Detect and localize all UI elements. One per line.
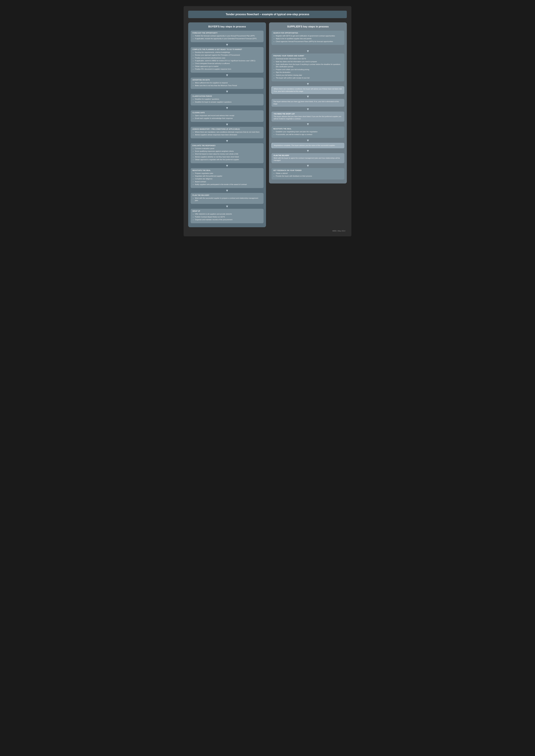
list-item: Notify suppliers who participated in the… xyxy=(195,183,262,186)
supplier-column-title: SUPPLIER'S key steps in process xyxy=(271,25,344,28)
buyer-closing-title: CLOSING DATE xyxy=(192,112,262,114)
list-item: Convene evaluation panel xyxy=(195,148,262,149)
supplier-delivery-title: PLAN THE DELIVERY xyxy=(274,155,342,156)
list-item: Review your approach against the Princip… xyxy=(195,54,262,56)
list-item: Sign the declaration xyxy=(276,71,343,73)
supplier-mandatory-note: Where there are mandatory conditions: th… xyxy=(271,86,344,94)
buyer-evaluate-section: EVALUATE THE RESPONSES Convene evaluatio… xyxy=(191,143,264,163)
supplier-arrow-4: ▼ xyxy=(271,108,344,111)
buyer-advertise-section: ADVERTISE ON GETS Allow sufficient time … xyxy=(191,78,264,89)
supplier-negotiations-complete: Negotiations complete. The buyer advises… xyxy=(271,143,344,148)
main-columns: BUYER'S key steps in process FORECAST TH… xyxy=(188,22,347,227)
supplier-prepare-section: PREPARE YOUR TENDER AND SUBMIT Download … xyxy=(271,53,344,81)
supplier-feedback-section: GET FEEDBACK ON YOUR TENDER Obtain a deb… xyxy=(271,168,344,180)
list-item: Deadline for buyer to answer suppliers' … xyxy=(195,101,262,103)
list-item: Obtain approval to negotiate with the fi… xyxy=(195,158,262,161)
buyer-negotiate-list: Prepare negotiation plan Negotiate with … xyxy=(192,172,262,186)
list-item: If applicable, include the opportunity i… xyxy=(195,38,262,40)
supplier-search-section: SEARCH FOR OPPORTUNITIES Register with G… xyxy=(271,31,344,45)
list-item: Allow sufficient time for suppliers to r… xyxy=(195,82,262,84)
buyer-wrapup-list: Offer debriefs to all suppliers and prov… xyxy=(192,213,262,221)
supplier-negotiate-title: NEGOTIATE THE DEAL xyxy=(273,128,343,130)
supplier-arrow-3: ▼ xyxy=(271,95,344,98)
list-item: Short list based on best value-for-money… xyxy=(195,153,262,155)
supplier-prepare-title: PREPARE YOUR TENDER AND SUBMIT xyxy=(273,55,343,57)
buyer-wrapup-section: WRAP UP Offer debriefs to all suppliers … xyxy=(191,209,264,223)
arrow-3: ▼ xyxy=(191,90,264,93)
list-item: Open responses and record and witness th… xyxy=(195,115,262,117)
arrow-5: ▼ xyxy=(191,123,264,126)
arrow-8: ▼ xyxy=(191,189,264,192)
list-item: Work with the successful supplier to pre… xyxy=(195,197,262,202)
buyer-assess-list: Where there are mandatory / pre-conditio… xyxy=(192,131,262,136)
arrow-1: ▼ xyxy=(191,43,264,46)
supplier-shortlist-title: YOU MAKE THE SHORT LIST xyxy=(274,113,342,115)
supplier-arrow-8: ▼ xyxy=(271,164,344,168)
supplier-prepare-list: Download tender information from GETS No… xyxy=(273,58,343,79)
supplier-arrow-6: ▼ xyxy=(271,139,344,142)
list-item: Award contract xyxy=(195,180,262,183)
buyer-evaluate-list: Convene evaluation panel Score qualifyin… xyxy=(192,148,262,161)
buyer-planning-section: COMPLETE THE PLANNING & GET READY TO GO … xyxy=(191,47,264,73)
list-item: Finalise RFx document & supplier respons… xyxy=(195,68,262,70)
list-item: Provide the buyer with feedback on their… xyxy=(276,175,343,177)
arrow-7: ▼ xyxy=(191,164,264,168)
supplier-negotiations-text: Negotiations complete. The buyer advises… xyxy=(274,145,335,146)
supplier-feedback-list: Obtain a debrief Provide the buyer with … xyxy=(273,172,343,177)
buyer-evaluate-title: EVALUATE THE RESPONSES xyxy=(192,145,262,147)
list-item: Develop the requirements, criteria & wei… xyxy=(195,51,262,53)
buyer-wrapup-title: WRAP UP xyxy=(192,210,262,212)
supplier-column: SUPPLIER'S key steps in process SEARCH F… xyxy=(269,22,347,183)
page-title: Tender process flowchart – example of ty… xyxy=(188,11,347,18)
supplier-arrow-1: ▼ xyxy=(271,49,344,53)
list-item: Register with GETS to get sent notificat… xyxy=(276,35,343,37)
arrow-2: ▼ xyxy=(191,74,264,77)
arrow-9: ▼ xyxy=(191,205,264,208)
list-item: Check delegated financial authority is s… xyxy=(195,62,262,65)
list-item: If successful, you will be invited to si… xyxy=(276,133,343,136)
list-item: Offer debriefs to all suppliers and prov… xyxy=(195,213,262,215)
list-item: Obtain a debrief xyxy=(276,172,343,175)
buyer-assess-title: ASSESS MANDATORY / PRE-CONDITIONS (if ap… xyxy=(192,128,262,130)
list-item: Publish Contract Award Notice on GETS xyxy=(195,216,262,218)
buyer-advertise-title: ADVERTISE ON GETS xyxy=(192,79,262,81)
list-item: Publish the forecast contract opportunit… xyxy=(195,35,262,37)
arrow-4: ▼ xyxy=(191,106,264,110)
page-wrapper: Tender process flowchart – example of ty… xyxy=(183,6,352,236)
buyer-forecast-list: Publish the forecast contract opportunit… xyxy=(192,35,262,40)
buyer-planning-list: Develop the requirements, criteria & wei… xyxy=(192,51,262,70)
supplier-shortlist-elim-text: The buyer advises that you have not been… xyxy=(273,100,339,105)
list-item: Obtain approval to go to market xyxy=(195,65,262,68)
supplier-shortlist-elimination: The buyer advises that you have not been… xyxy=(271,99,344,107)
supplier-shortlist-text: The buyer advises that you have been sho… xyxy=(274,115,342,120)
list-item: Prepare and collate your bid including p… xyxy=(276,68,343,71)
list-item: Check agencies' Annual Procurement Plans… xyxy=(276,40,343,43)
list-item: Score qualifying responses against weigh… xyxy=(195,150,262,152)
list-item: Email each supplier to acknowledge their… xyxy=(195,117,262,120)
list-item: Advise suppliers whose responses have be… xyxy=(195,134,262,136)
buyer-negotiate-section: NEGOTIATE THE DEAL Prepare negotiation p… xyxy=(191,168,264,188)
list-item: Note key dates and list information you … xyxy=(276,61,343,63)
page-footer: MBIE | May 2014 xyxy=(188,230,347,232)
supplier-negotiate-list: Establish your negotiating team and plan… xyxy=(273,131,343,136)
list-item: Apply to be on qualified supplier lists … xyxy=(276,38,343,40)
list-item: Organise and maintain records of the pro… xyxy=(195,219,262,221)
buyer-column: BUYER'S key steps in process FORECAST TH… xyxy=(188,22,266,227)
supplier-delivery-section: PLAN THE DELIVERY Work with the buyer to… xyxy=(271,153,344,163)
buyer-negotiate-title: NEGOTIATE THE DEAL xyxy=(192,170,262,171)
buyer-clarification-section: CLARIFICATION PERIOD Deadline for suppli… xyxy=(191,94,264,105)
supplier-search-title: SEARCH FOR OPPORTUNITIES xyxy=(273,32,343,34)
arrow-6: ▼ xyxy=(191,139,264,143)
supplier-arrow-2: ▼ xyxy=(271,82,344,86)
list-item: The buyer will confirm safe receipt of y… xyxy=(276,77,343,79)
list-item: Deadline for suppliers' questions xyxy=(195,98,262,100)
buyer-planning-title: COMPLETE THE PLANNING & GET READY TO GO … xyxy=(192,49,262,50)
supplier-arrow-5: ▼ xyxy=(271,122,344,126)
supplier-feedback-title: GET FEEDBACK ON YOUR TENDER xyxy=(273,170,343,171)
buyer-clarification-list: Deadline for suppliers' questions Deadli… xyxy=(192,98,262,103)
supplier-search-list: Register with GETS to get sent notificat… xyxy=(273,35,343,43)
buyer-delivery-list: Work with the successful supplier to pre… xyxy=(192,197,262,202)
supplier-negotiate-section: NEGOTIATE THE DEAL Establish your negoti… xyxy=(271,126,344,138)
supplier-mandatory-text: Where there are mandatory conditions: th… xyxy=(274,88,342,92)
buyer-column-title: BUYER'S key steps in process xyxy=(191,25,264,28)
